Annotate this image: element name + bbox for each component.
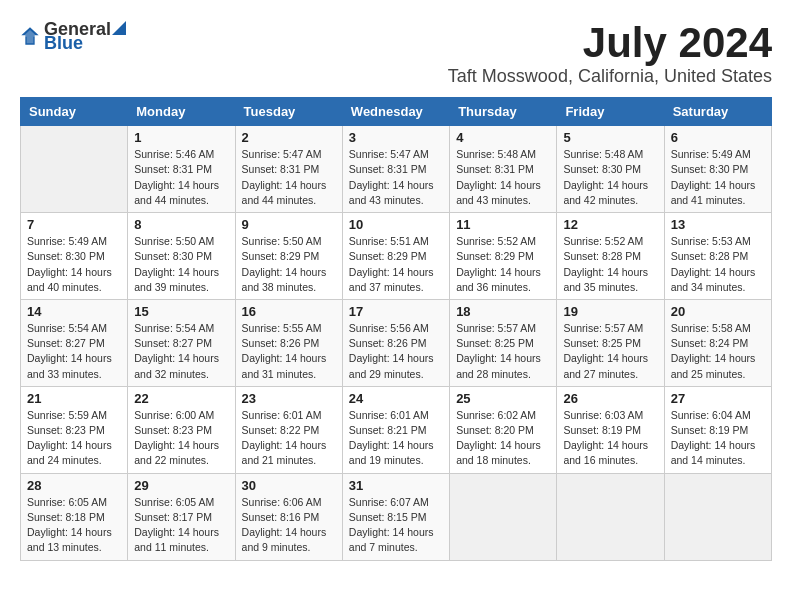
- day-number: 29: [134, 478, 228, 493]
- day-cell: 6Sunrise: 5:49 AM Sunset: 8:30 PM Daylig…: [664, 126, 771, 213]
- day-cell: 11Sunrise: 5:52 AM Sunset: 8:29 PM Dayli…: [450, 213, 557, 300]
- day-info: Sunrise: 5:46 AM Sunset: 8:31 PM Dayligh…: [134, 147, 228, 208]
- day-info: Sunrise: 5:51 AM Sunset: 8:29 PM Dayligh…: [349, 234, 443, 295]
- day-info: Sunrise: 6:04 AM Sunset: 8:19 PM Dayligh…: [671, 408, 765, 469]
- day-info: Sunrise: 5:49 AM Sunset: 8:30 PM Dayligh…: [27, 234, 121, 295]
- day-number: 21: [27, 391, 121, 406]
- page-header: General Blue July 2024 Taft Mosswood, Ca…: [20, 20, 772, 87]
- day-info: Sunrise: 5:47 AM Sunset: 8:31 PM Dayligh…: [349, 147, 443, 208]
- logo-icon: [20, 26, 40, 46]
- day-cell: 26Sunrise: 6:03 AM Sunset: 8:19 PM Dayli…: [557, 386, 664, 473]
- day-info: Sunrise: 5:50 AM Sunset: 8:29 PM Dayligh…: [242, 234, 336, 295]
- header-cell-monday: Monday: [128, 98, 235, 126]
- header-cell-saturday: Saturday: [664, 98, 771, 126]
- day-cell: 28Sunrise: 6:05 AM Sunset: 8:18 PM Dayli…: [21, 473, 128, 560]
- day-number: 31: [349, 478, 443, 493]
- day-info: Sunrise: 5:49 AM Sunset: 8:30 PM Dayligh…: [671, 147, 765, 208]
- day-number: 20: [671, 304, 765, 319]
- svg-marker-2: [112, 21, 126, 35]
- day-cell: 5Sunrise: 5:48 AM Sunset: 8:30 PM Daylig…: [557, 126, 664, 213]
- day-info: Sunrise: 6:01 AM Sunset: 8:22 PM Dayligh…: [242, 408, 336, 469]
- title-area: July 2024 Taft Mosswood, California, Uni…: [448, 20, 772, 87]
- header-cell-tuesday: Tuesday: [235, 98, 342, 126]
- day-info: Sunrise: 5:48 AM Sunset: 8:31 PM Dayligh…: [456, 147, 550, 208]
- day-number: 1: [134, 130, 228, 145]
- day-number: 12: [563, 217, 657, 232]
- day-info: Sunrise: 6:07 AM Sunset: 8:15 PM Dayligh…: [349, 495, 443, 556]
- day-cell: 14Sunrise: 5:54 AM Sunset: 8:27 PM Dayli…: [21, 299, 128, 386]
- day-info: Sunrise: 6:06 AM Sunset: 8:16 PM Dayligh…: [242, 495, 336, 556]
- day-info: Sunrise: 6:05 AM Sunset: 8:18 PM Dayligh…: [27, 495, 121, 556]
- day-cell: 13Sunrise: 5:53 AM Sunset: 8:28 PM Dayli…: [664, 213, 771, 300]
- day-info: Sunrise: 5:57 AM Sunset: 8:25 PM Dayligh…: [563, 321, 657, 382]
- day-cell: 21Sunrise: 5:59 AM Sunset: 8:23 PM Dayli…: [21, 386, 128, 473]
- week-row-3: 14Sunrise: 5:54 AM Sunset: 8:27 PM Dayli…: [21, 299, 772, 386]
- logo: General Blue: [20, 20, 127, 52]
- day-number: 26: [563, 391, 657, 406]
- day-cell: 9Sunrise: 5:50 AM Sunset: 8:29 PM Daylig…: [235, 213, 342, 300]
- day-cell: 31Sunrise: 6:07 AM Sunset: 8:15 PM Dayli…: [342, 473, 449, 560]
- day-number: 10: [349, 217, 443, 232]
- day-info: Sunrise: 5:59 AM Sunset: 8:23 PM Dayligh…: [27, 408, 121, 469]
- day-info: Sunrise: 5:55 AM Sunset: 8:26 PM Dayligh…: [242, 321, 336, 382]
- day-number: 30: [242, 478, 336, 493]
- day-number: 24: [349, 391, 443, 406]
- day-cell: 30Sunrise: 6:06 AM Sunset: 8:16 PM Dayli…: [235, 473, 342, 560]
- day-number: 7: [27, 217, 121, 232]
- day-cell: 8Sunrise: 5:50 AM Sunset: 8:30 PM Daylig…: [128, 213, 235, 300]
- day-info: Sunrise: 5:58 AM Sunset: 8:24 PM Dayligh…: [671, 321, 765, 382]
- week-row-2: 7Sunrise: 5:49 AM Sunset: 8:30 PM Daylig…: [21, 213, 772, 300]
- day-cell: 3Sunrise: 5:47 AM Sunset: 8:31 PM Daylig…: [342, 126, 449, 213]
- day-info: Sunrise: 5:57 AM Sunset: 8:25 PM Dayligh…: [456, 321, 550, 382]
- day-info: Sunrise: 6:01 AM Sunset: 8:21 PM Dayligh…: [349, 408, 443, 469]
- day-info: Sunrise: 5:50 AM Sunset: 8:30 PM Dayligh…: [134, 234, 228, 295]
- day-cell: 2Sunrise: 5:47 AM Sunset: 8:31 PM Daylig…: [235, 126, 342, 213]
- day-info: Sunrise: 6:03 AM Sunset: 8:19 PM Dayligh…: [563, 408, 657, 469]
- day-cell: [21, 126, 128, 213]
- day-cell: [557, 473, 664, 560]
- day-cell: 19Sunrise: 5:57 AM Sunset: 8:25 PM Dayli…: [557, 299, 664, 386]
- day-info: Sunrise: 5:53 AM Sunset: 8:28 PM Dayligh…: [671, 234, 765, 295]
- header-cell-friday: Friday: [557, 98, 664, 126]
- day-info: Sunrise: 5:54 AM Sunset: 8:27 PM Dayligh…: [134, 321, 228, 382]
- day-number: 18: [456, 304, 550, 319]
- calendar-table: SundayMondayTuesdayWednesdayThursdayFrid…: [20, 97, 772, 560]
- week-row-5: 28Sunrise: 6:05 AM Sunset: 8:18 PM Dayli…: [21, 473, 772, 560]
- day-number: 4: [456, 130, 550, 145]
- day-cell: 20Sunrise: 5:58 AM Sunset: 8:24 PM Dayli…: [664, 299, 771, 386]
- header-row: SundayMondayTuesdayWednesdayThursdayFrid…: [21, 98, 772, 126]
- day-info: Sunrise: 6:00 AM Sunset: 8:23 PM Dayligh…: [134, 408, 228, 469]
- day-number: 16: [242, 304, 336, 319]
- header-cell-wednesday: Wednesday: [342, 98, 449, 126]
- day-number: 19: [563, 304, 657, 319]
- day-number: 5: [563, 130, 657, 145]
- day-info: Sunrise: 5:52 AM Sunset: 8:28 PM Dayligh…: [563, 234, 657, 295]
- day-number: 14: [27, 304, 121, 319]
- day-info: Sunrise: 6:05 AM Sunset: 8:17 PM Dayligh…: [134, 495, 228, 556]
- day-cell: 24Sunrise: 6:01 AM Sunset: 8:21 PM Dayli…: [342, 386, 449, 473]
- day-number: 8: [134, 217, 228, 232]
- day-cell: 4Sunrise: 5:48 AM Sunset: 8:31 PM Daylig…: [450, 126, 557, 213]
- day-cell: [664, 473, 771, 560]
- day-info: Sunrise: 5:52 AM Sunset: 8:29 PM Dayligh…: [456, 234, 550, 295]
- day-number: 3: [349, 130, 443, 145]
- day-cell: 29Sunrise: 6:05 AM Sunset: 8:17 PM Dayli…: [128, 473, 235, 560]
- day-info: Sunrise: 5:54 AM Sunset: 8:27 PM Dayligh…: [27, 321, 121, 382]
- svg-marker-1: [23, 30, 38, 43]
- day-cell: 1Sunrise: 5:46 AM Sunset: 8:31 PM Daylig…: [128, 126, 235, 213]
- day-cell: 23Sunrise: 6:01 AM Sunset: 8:22 PM Dayli…: [235, 386, 342, 473]
- day-cell: 7Sunrise: 5:49 AM Sunset: 8:30 PM Daylig…: [21, 213, 128, 300]
- day-info: Sunrise: 5:47 AM Sunset: 8:31 PM Dayligh…: [242, 147, 336, 208]
- day-cell: [450, 473, 557, 560]
- header-cell-thursday: Thursday: [450, 98, 557, 126]
- day-cell: 12Sunrise: 5:52 AM Sunset: 8:28 PM Dayli…: [557, 213, 664, 300]
- day-number: 22: [134, 391, 228, 406]
- day-info: Sunrise: 5:56 AM Sunset: 8:26 PM Dayligh…: [349, 321, 443, 382]
- day-cell: 22Sunrise: 6:00 AM Sunset: 8:23 PM Dayli…: [128, 386, 235, 473]
- day-number: 17: [349, 304, 443, 319]
- week-row-1: 1Sunrise: 5:46 AM Sunset: 8:31 PM Daylig…: [21, 126, 772, 213]
- day-number: 27: [671, 391, 765, 406]
- day-number: 13: [671, 217, 765, 232]
- day-cell: 27Sunrise: 6:04 AM Sunset: 8:19 PM Dayli…: [664, 386, 771, 473]
- day-number: 11: [456, 217, 550, 232]
